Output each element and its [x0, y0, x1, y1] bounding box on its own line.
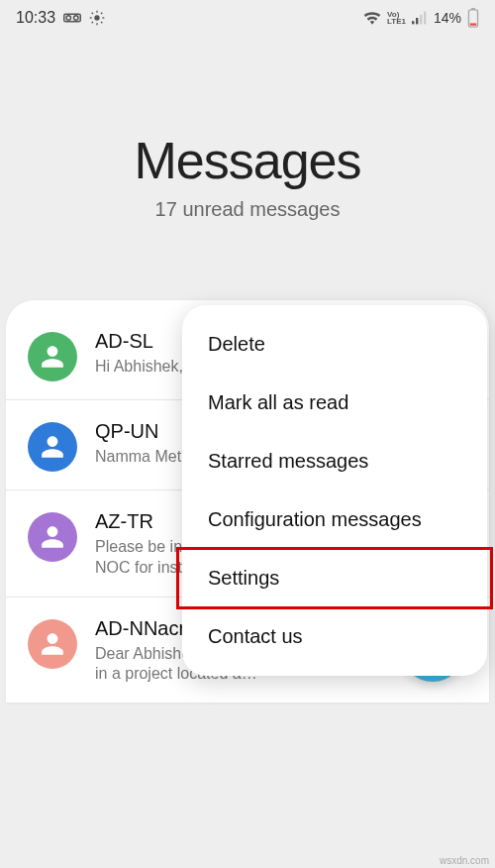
- person-icon: [40, 524, 65, 550]
- notif-voicemail-icon: [63, 11, 81, 25]
- wifi-icon: [363, 11, 381, 25]
- avatar: [28, 422, 77, 472]
- unread-subtitle: 17 unread messages: [0, 198, 495, 221]
- menu-config-messages[interactable]: Configuration messages: [182, 490, 487, 549]
- svg-line-8: [92, 13, 93, 14]
- menu-delete[interactable]: Delete: [182, 315, 487, 374]
- menu-contact-us[interactable]: Contact us: [182, 607, 487, 666]
- svg-line-10: [92, 22, 93, 23]
- brightness-icon: [89, 10, 105, 26]
- status-bar: 10:33 Vo)LTE1 14%: [0, 0, 495, 32]
- person-icon: [40, 344, 65, 370]
- svg-rect-14: [420, 15, 422, 25]
- page-header: Messages 17 unread messages: [0, 32, 495, 300]
- svg-point-2: [74, 16, 79, 21]
- svg-line-9: [101, 22, 102, 23]
- svg-line-11: [101, 13, 102, 14]
- svg-rect-15: [424, 12, 426, 25]
- status-time: 10:33: [16, 9, 55, 27]
- svg-rect-12: [412, 21, 414, 24]
- avatar: [28, 332, 77, 381]
- menu-starred[interactable]: Starred messages: [182, 432, 487, 490]
- watermark: wsxdn.com: [440, 855, 489, 866]
- person-icon: [40, 434, 65, 460]
- person-icon: [40, 631, 65, 657]
- svg-point-3: [94, 15, 99, 20]
- battery-percent: 14%: [434, 10, 461, 26]
- battery-icon: [467, 8, 479, 28]
- volte-icon: Vo)LTE1: [387, 11, 406, 25]
- overflow-menu: Delete Mark all as read Starred messages…: [182, 305, 487, 676]
- svg-rect-13: [416, 18, 418, 24]
- page-title: Messages: [0, 131, 495, 190]
- signal-icon: [412, 11, 428, 25]
- menu-settings[interactable]: Settings: [182, 549, 487, 607]
- svg-point-1: [66, 16, 71, 21]
- svg-rect-18: [470, 23, 476, 25]
- avatar: [28, 512, 77, 562]
- avatar: [28, 619, 77, 669]
- menu-mark-all-read[interactable]: Mark all as read: [182, 374, 487, 432]
